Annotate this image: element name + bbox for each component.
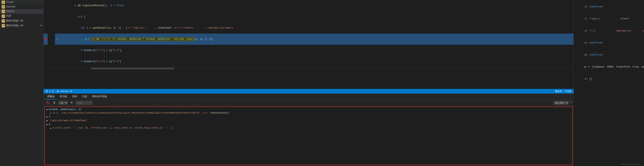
connector-2: - <box>55 11 59 22</box>
breakpoint-area-1 <box>44 0 48 11</box>
code-line-5: - r.headers["X-t"] = p["X-t"], <box>44 45 574 56</box>
watermark: ©©GS1H ©Charles-L <box>621 163 642 166</box>
breakpoint-area-4 <box>44 33 48 45</box>
console-right: 默认级别 7 <box>553 101 572 105</box>
tab-new-features[interactable]: 新功能 <box>58 94 69 100</box>
right-line-n: n: "//c... ...com/api/sn... ...v2/home <box>574 25 644 37</box>
sidebar-item-frist[interactable]: js frist <box>0 0 43 4</box>
sidebar-item-snippet9[interactable]: js 脚本代码段 #9 ▼ <box>0 23 43 28</box>
breakpoint-area-6 <box>44 56 48 67</box>
code-editor[interactable]: - c && signLackReload(); c = false - try… <box>44 0 574 89</box>
expand-arrow-4[interactable]: ▶ <box>46 119 48 122</box>
sidebar-label-snippet9: 脚本代码段 #9 <box>6 24 23 27</box>
editor-position: 第 2 行，第 461189 列 <box>46 90 72 93</box>
line-num-5 <box>48 45 55 56</box>
tab-issues[interactable]: 问题 <box>80 94 89 100</box>
log-count: 7 <box>570 101 572 104</box>
code-line-2: - try { <box>44 11 574 22</box>
console-line-5: ▶ a <box>46 123 570 126</box>
line-num-1 <box>48 0 55 11</box>
clear-console-btn[interactable]: 🚫 <box>45 101 50 105</box>
eye-btn[interactable]: 👁 <box>70 101 74 105</box>
console-line-6: ▶ {cursor_score: '', num: 21, refresh_ty… <box>46 126 570 130</box>
connector-1: - <box>55 0 59 11</box>
console-line-3: ▶ 1 <box>46 115 570 119</box>
line-num-4 <box>48 33 55 45</box>
top-selector[interactable]: top <box>58 101 68 105</box>
code-line-6: - r.headers["X-s"] = p["X-s"] <box>44 56 574 67</box>
line-content-5: r.headers["X-t"] = p["X-t"], <box>59 45 574 56</box>
right-line-s: s: [] <box>574 73 644 85</box>
connector-6: - <box>55 56 59 67</box>
console-text-4: '/api/sns/web/v2/homefeed' <box>49 119 88 122</box>
sidebar-label-snippet8: 脚本代码段 #8 <box>6 19 23 22</box>
center-panel: - c && signLackReload(); c = false - try… <box>44 0 574 166</box>
line-content-4: , p = (u && void 0 !== window._webmsxyw … <box>59 33 574 45</box>
line-num-6 <box>48 56 55 67</box>
right-line-l: l: "/api/s... ...efeed" <box>574 13 644 25</box>
file-icon-snippet8: js <box>2 19 5 22</box>
sidebar-label-daili: 代理 <box>6 14 11 18</box>
devtools-tab-bar: 控制台 新功能 搜索 问题 网络请求屏蔽 <box>44 93 574 100</box>
expand-arrow-2[interactable]: ▶ <box>50 112 52 115</box>
console-text-1: window._webmsxyw(1, a) <box>49 108 82 111</box>
right-line-p: p: undefined <box>574 49 644 61</box>
console-text-6: {cursor_score: '', num: 21, refresh_type… <box>52 127 173 129</box>
right-line-r: ▶ r: {timeout: 6000, transform: true, wi… <box>574 61 644 73</box>
sidebar-item-third[interactable]: js third <box>0 9 43 14</box>
tab-console[interactable]: 控制台 <box>45 94 57 100</box>
line-content-3: var l = getRealUrl(n, 0, i) l = "/api/sn… <box>59 22 574 33</box>
expand-arrow-3[interactable]: ▶ <box>46 115 48 118</box>
pause-btn[interactable]: ⏸ <box>52 101 56 105</box>
current-arrow: → <box>55 33 59 45</box>
sidebar-label-second: second <box>6 5 15 8</box>
file-sidebar: js frist js second js third js 代理 js 脚本代… <box>0 0 44 166</box>
console-line-4: ▶ '/api/sns/web/v2/homefeed' <box>46 119 570 123</box>
file-icon-daili: js <box>2 14 5 18</box>
file-icon-second: js <box>2 5 5 8</box>
connector-3: - <box>55 22 59 33</box>
editor-status-bar: 第 2 行，第 461189 列 覆盖率: 不适用 <box>44 89 574 93</box>
line-content-1: c && signLackReload(); c = false <box>59 0 574 11</box>
level-selector[interactable]: 默认级别 <box>553 101 569 105</box>
sidebar-label-frist: frist <box>6 1 14 4</box>
expand-arrow-6[interactable]: ▶ <box>50 127 52 130</box>
console-toolbar: 🚫 ⏸ top 👁 默认级别 7 <box>44 100 574 106</box>
file-icon-snippet9: js <box>2 24 5 27</box>
tab-search[interactable]: 搜索 <box>70 94 79 100</box>
right-line-i: i: undefined <box>574 1 644 13</box>
expand-arrow-1[interactable]: ▶ <box>46 108 48 111</box>
right-line-o: o: undefined <box>574 37 644 49</box>
console-text-3: 1 <box>49 115 50 118</box>
sidebar-arrow: ▼ <box>40 24 42 27</box>
breakpoint-area-5 <box>44 45 48 56</box>
breakpoint-dot <box>44 38 47 40</box>
expand-r-arrow[interactable]: ▶ <box>585 65 586 68</box>
right-panel: i: undefined l: "/api/s... ...efeed" n: … <box>574 0 644 166</box>
breakpoint-area-3 <box>44 22 48 33</box>
code-line-4: → , p = (u && void 0 !== window._webmsxy… <box>44 33 574 45</box>
console-line-2: ▶ {X-s: 'XYW_eyJzaWduU3ZuIjoiNTEiLCJzaWd… <box>46 112 570 115</box>
console-text-5: a <box>49 123 50 126</box>
file-icon-third: js <box>2 10 5 13</box>
sidebar-item-snippet8[interactable]: js 脚本代码段 #8 <box>0 18 43 23</box>
console-line-1: ▶ window._webmsxyw(1, a) <box>46 108 570 112</box>
breakpoint-area-2 <box>44 11 48 22</box>
expand-arrow-5[interactable]: ▶ <box>46 123 48 126</box>
console-content[interactable]: ▶ window._webmsxyw(1, a) ▶ {X-s: 'XYW_ey… <box>44 107 573 165</box>
code-line-1: - c && signLackReload(); c = false <box>44 0 574 11</box>
sidebar-label-third: third <box>6 10 14 13</box>
console-text-2: {X-s: 'XYW_eyJzaWduU3ZuIjoiNTEiLCJzaWduV… <box>52 112 229 114</box>
console-area: 🚫 ⏸ top 👁 默认级别 7 ▶ wind <box>44 100 574 166</box>
sidebar-item-second[interactable]: js second <box>0 4 43 9</box>
connector-5: - <box>55 45 59 56</box>
line-content-2: try { <box>59 11 574 22</box>
code-line-3: - var l = getRealUrl(n, 0, i) l = "/api/… <box>44 22 574 33</box>
line-num-2 <box>48 11 55 22</box>
scrollbar-area[interactable] <box>44 67 574 70</box>
sidebar-item-daili[interactable]: js 代理 <box>0 14 43 18</box>
file-icon-frist: js <box>2 0 5 4</box>
line-content-6: r.headers["X-s"] = p["X-s"] <box>59 56 574 67</box>
filter-input[interactable] <box>76 101 92 105</box>
tab-network-block[interactable]: 网络请求屏蔽 <box>90 94 109 100</box>
